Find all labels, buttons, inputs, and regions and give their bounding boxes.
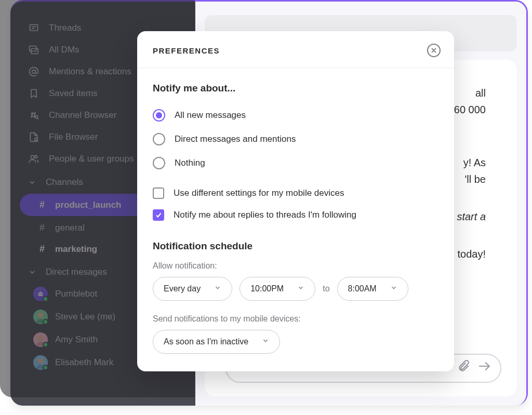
- dropdown-value: Every day: [164, 284, 201, 293]
- channel-name: marketing: [55, 244, 97, 255]
- people-icon: [28, 153, 39, 165]
- svg-point-5: [32, 70, 36, 74]
- to-label: to: [323, 284, 329, 293]
- msg-frag: y! As: [463, 157, 486, 168]
- channel-name: general: [55, 223, 85, 233]
- nav-label: All DMs: [49, 45, 79, 55]
- nav-label: People & user groups: [49, 154, 134, 164]
- chevron-down-icon: [214, 284, 221, 293]
- svg-point-21: [38, 336, 43, 341]
- msg-frag: all: [475, 87, 486, 99]
- section-label: Direct mesages: [46, 267, 107, 277]
- mobile-timing-dropdown[interactable]: As soon as I'm inactive: [153, 330, 280, 354]
- modal-title: PREFERENCES: [153, 46, 220, 55]
- modal-header: PREFERENCES: [137, 31, 454, 68]
- radio-label: All new messages: [175, 110, 246, 121]
- svg-point-20: [38, 313, 43, 318]
- dm-name: Elisabeth Mark: [55, 357, 113, 368]
- nav-label: Threads: [49, 23, 81, 33]
- svg-point-15: [35, 155, 37, 158]
- time-from-dropdown[interactable]: 10:00PM: [240, 277, 315, 301]
- channel-name: product_launch: [55, 200, 122, 210]
- radio-all-messages[interactable]: All new messages: [153, 103, 438, 127]
- svg-rect-0: [30, 24, 38, 31]
- hash-search-icon: [28, 110, 39, 121]
- avatar: [33, 355, 48, 370]
- svg-line-11: [37, 118, 39, 119]
- section-label: Channels: [46, 177, 83, 188]
- radio-label: Direct messages and mentions: [175, 134, 296, 144]
- dm-name: Amy Smith: [55, 334, 98, 345]
- msg-frag: start a: [457, 211, 486, 222]
- svg-point-17: [39, 294, 41, 295]
- dm-name: Steve Lee (me): [55, 312, 115, 322]
- radio-label: Nothing: [175, 158, 205, 168]
- avatar: [33, 287, 48, 301]
- attachment-icon[interactable]: [457, 359, 470, 378]
- checkbox-mobile-settings[interactable]: Use different settings for my mobile dev…: [153, 182, 438, 204]
- svg-rect-16: [38, 292, 43, 296]
- radio-icon: [153, 133, 165, 145]
- radio-icon: [153, 157, 165, 169]
- time-to-dropdown[interactable]: 8:00AM: [337, 277, 408, 301]
- msg-frag: g today!: [449, 248, 486, 260]
- nav-label: Mentions & reactions: [49, 66, 131, 77]
- threads-icon: [28, 22, 39, 34]
- dms-icon: [28, 44, 39, 56]
- dm-name: Pumblebot: [55, 289, 97, 299]
- allow-label: Allow notification:: [153, 261, 438, 271]
- bookmark-icon: [28, 88, 39, 99]
- frequency-dropdown[interactable]: Every day: [153, 277, 232, 301]
- checkbox-label: Use different settings for my mobile dev…: [174, 188, 344, 198]
- dropdown-value: 8:00AM: [348, 284, 377, 293]
- schedule-heading: Notification schedule: [153, 240, 438, 252]
- hash-icon: #: [37, 199, 47, 210]
- svg-line-8: [32, 112, 33, 118]
- checkbox-label: Notify me about replies to threads I'm f…: [174, 210, 356, 220]
- radio-nothing[interactable]: Nothing: [153, 151, 438, 175]
- send-icon[interactable]: [477, 359, 491, 378]
- radio-dm-mentions[interactable]: Direct messages and mentions: [153, 127, 438, 151]
- svg-point-14: [31, 155, 34, 159]
- chevron-down-icon: [28, 178, 37, 186]
- checkbox-thread-replies[interactable]: Notify me about replies to threads I'm f…: [153, 204, 438, 226]
- avatar: [33, 332, 48, 347]
- chevron-down-icon: [28, 268, 37, 276]
- avatar: [33, 310, 48, 324]
- close-button[interactable]: [427, 44, 441, 57]
- dropdown-value: 10:00PM: [250, 284, 284, 293]
- chevron-down-icon: [390, 284, 397, 293]
- msg-frag: 'll be: [464, 173, 486, 185]
- svg-point-22: [38, 358, 43, 364]
- hash-icon: #: [37, 222, 47, 233]
- checkbox-icon: [153, 188, 164, 199]
- hash-icon: #: [37, 244, 47, 255]
- nav-label: Channel Browser: [49, 110, 116, 121]
- nav-label: File Browser: [49, 132, 98, 142]
- checkbox-icon: [153, 209, 164, 221]
- notify-heading: Notify me about...: [153, 83, 438, 94]
- radio-icon: [153, 109, 165, 122]
- chevron-down-icon: [262, 337, 269, 346]
- svg-point-18: [41, 294, 42, 295]
- mentions-icon: [28, 66, 39, 77]
- dropdown-value: As soon as I'm inactive: [164, 337, 248, 346]
- file-icon: [28, 131, 39, 143]
- nav-label: Saved items: [49, 88, 98, 99]
- preferences-modal: PREFERENCES Notify me about... All new m…: [137, 31, 454, 371]
- send-mobile-label: Send notifications to my mobile devices:: [153, 314, 438, 324]
- modal-body: Notify me about... All new messages Dire…: [137, 68, 454, 371]
- chevron-down-icon: [297, 284, 304, 293]
